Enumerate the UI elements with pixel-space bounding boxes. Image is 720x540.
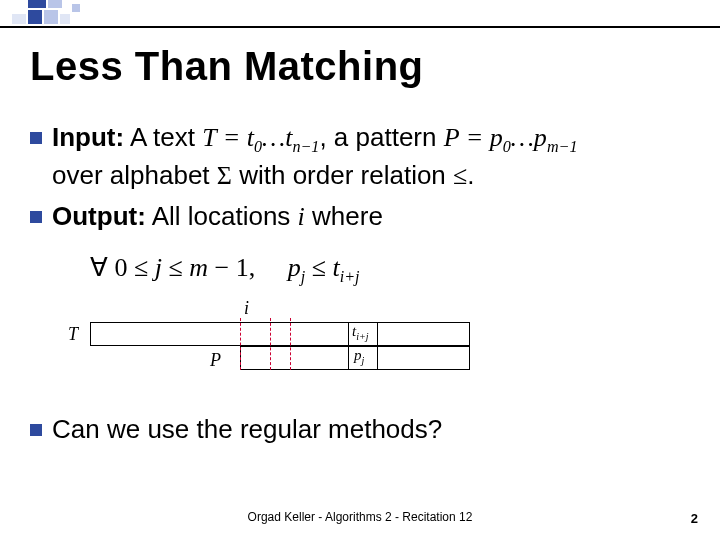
page-number: 2 (691, 511, 698, 526)
slide-title: Less Than Matching (30, 44, 424, 89)
bullet-output: Output: All locations i where (30, 199, 690, 234)
title-divider (0, 26, 720, 28)
bullet-icon (30, 132, 42, 144)
bullet-input: Input: A text T = t0…tn−1, a pattern P =… (30, 120, 690, 193)
input-label: Input: (52, 122, 124, 152)
match-condition-formula: ∀ 0 ≤ j ≤ m − 1, pj ≤ ti+j (90, 252, 690, 286)
alignment-diagram: i T P ti+j pj (90, 300, 490, 390)
i-marker-label: i (244, 298, 249, 319)
output-label: Output: (52, 201, 146, 231)
bullet-icon (30, 211, 42, 223)
corner-decoration (0, 0, 210, 26)
text-row-label: T (68, 324, 78, 345)
footer-text: Orgad Keller - Algorithms 2 - Recitation… (0, 510, 720, 524)
bullet-question: Can we use the regular methods? (30, 412, 690, 447)
bullet-icon (30, 424, 42, 436)
text-bar (90, 322, 470, 346)
slide-body: Input: A text T = t0…tn−1, a pattern P =… (30, 120, 690, 453)
pattern-row-label: P (210, 350, 221, 371)
